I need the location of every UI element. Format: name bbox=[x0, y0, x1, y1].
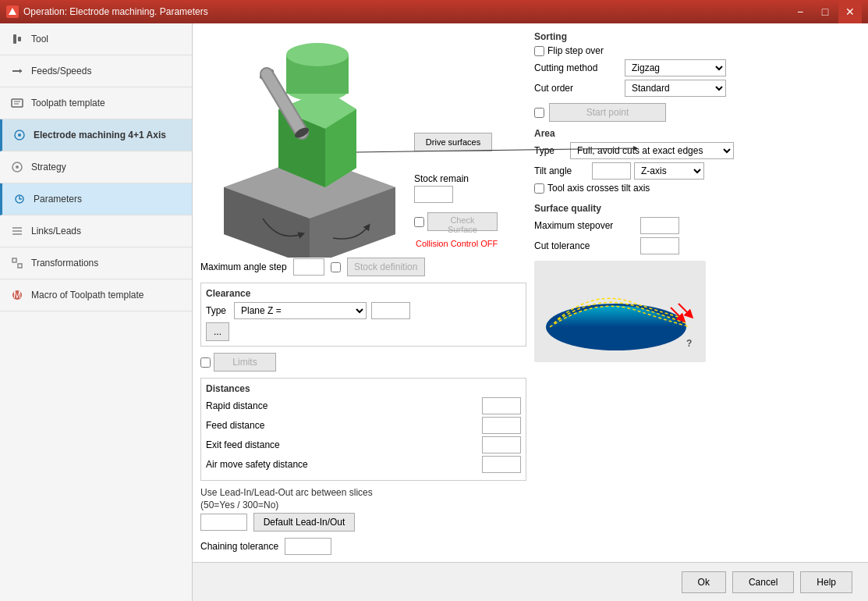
tilt-angle-row: Tilt angle 0 Z-axis X-axis Y-axis bbox=[534, 162, 860, 180]
rapid-input[interactable]: 20 bbox=[482, 397, 521, 414]
preview-right-controls: Drive surfaces Stock remain 0 Check Surf… bbox=[411, 125, 499, 258]
cutting-method-row: Cutting method Zigzag One way Spiral bbox=[534, 59, 860, 76]
svg-rect-16 bbox=[12, 258, 16, 262]
exit-feed-label: Exit feed distance bbox=[206, 439, 280, 450]
sidebar-label-macro: Macro of Toolpath template bbox=[31, 290, 144, 300]
strategy-icon bbox=[9, 159, 25, 175]
max-stepover-label: Maximum stepover bbox=[534, 220, 636, 231]
collision-control-area: Collision Control OFF bbox=[414, 237, 499, 250]
cut-order-select[interactable]: Standard Optimized bbox=[625, 80, 726, 97]
collision-control-button[interactable]: Collision Control OFF bbox=[414, 237, 499, 250]
area-section: Area Type Full, avoid cuts at exact edge… bbox=[534, 128, 860, 194]
content-area: Drive surfaces Stock remain 0 Check Surf… bbox=[193, 23, 868, 601]
cut-order-label: Cut order bbox=[534, 83, 620, 94]
sidebar-item-transformations[interactable]: Transformations bbox=[0, 247, 192, 279]
parameters-icon bbox=[12, 191, 27, 207]
max-stepover-row: Maximum stepover 1 bbox=[534, 217, 860, 234]
drive-surfaces-button[interactable]: Drive surfaces bbox=[414, 133, 492, 151]
close-button[interactable]: ✕ bbox=[838, 0, 862, 23]
feeds-icon bbox=[9, 63, 25, 79]
area-type-row: Type Full, avoid cuts at exact edges Ful… bbox=[534, 142, 860, 159]
svg-rect-17 bbox=[18, 264, 22, 268]
flip-step-checkbox[interactable] bbox=[534, 46, 544, 56]
tilt-angle-label: Tilt angle bbox=[534, 165, 589, 176]
transformations-icon bbox=[9, 255, 25, 271]
start-point-checkbox[interactable] bbox=[534, 108, 544, 118]
tool-axis-checkbox[interactable] bbox=[534, 183, 544, 194]
stock-remain-input[interactable]: 0 bbox=[414, 186, 453, 203]
lead-arc-input[interactable]: 110 bbox=[200, 514, 247, 531]
help-button[interactable]: Help bbox=[800, 571, 852, 593]
max-stepover-input[interactable]: 1 bbox=[640, 217, 679, 234]
cancel-button[interactable]: Cancel bbox=[732, 571, 794, 593]
stock-def-checkbox[interactable] bbox=[331, 262, 341, 272]
air-move-input[interactable]: 10 bbox=[482, 456, 521, 473]
window-controls: − □ ✕ bbox=[788, 0, 862, 23]
area-type-label: Type bbox=[534, 145, 565, 156]
params-left: Drive surfaces Stock remain 0 Check Surf… bbox=[200, 31, 526, 554]
area-type-select[interactable]: Full, avoid cuts at exact edges Full Bou… bbox=[570, 142, 734, 159]
electrode-preview bbox=[200, 31, 419, 258]
svg-marker-0 bbox=[9, 8, 16, 15]
stock-remain-area: Stock remain 0 bbox=[414, 173, 499, 203]
sidebar-label-parameters: Parameters bbox=[34, 194, 82, 204]
sidebar-item-tool[interactable]: Tool bbox=[0, 23, 192, 55]
check-surface-button[interactable]: Check Surface bbox=[427, 212, 498, 231]
cut-tolerance-row: Cut tolerance 0.01 bbox=[534, 237, 860, 254]
sidebar-label-strategy: Strategy bbox=[31, 162, 66, 172]
cut-order-row: Cut order Standard Optimized bbox=[534, 80, 860, 97]
tilt-angle-input[interactable]: 0 bbox=[592, 162, 631, 180]
start-point-button[interactable]: Start point bbox=[549, 103, 666, 122]
limits-button[interactable]: Limits bbox=[214, 353, 276, 372]
bottom-bar: Ok Cancel Help bbox=[193, 562, 868, 601]
cut-tolerance-input[interactable]: 0.01 bbox=[640, 237, 679, 254]
clearance-ellipsis-button[interactable]: ... bbox=[206, 322, 229, 341]
minimize-button[interactable]: − bbox=[788, 0, 812, 23]
sidebar-item-electrode[interactable]: Electrode machining 4+1 Axis bbox=[0, 119, 192, 151]
default-lead-button[interactable]: Default Lead-In/Out bbox=[253, 513, 355, 532]
air-move-row: Air move safety distance 10 bbox=[206, 456, 521, 473]
toolpath-icon bbox=[9, 95, 25, 111]
macro-icon: M bbox=[9, 287, 25, 303]
sidebar-item-feeds[interactable]: Feeds/Speeds bbox=[0, 55, 192, 87]
clearance-type-select[interactable]: Plane Z = Box Cylinder None bbox=[234, 302, 367, 319]
main-container: Tool Feeds/Speeds Toolpath template Elec… bbox=[0, 23, 868, 601]
feed-input[interactable]: 10 bbox=[482, 417, 521, 434]
sidebar-item-toolpath[interactable]: Toolpath template bbox=[0, 87, 192, 119]
chaining-input[interactable]: 1 bbox=[285, 538, 331, 555]
sidebar-item-macro[interactable]: M Macro of Toolpath template bbox=[0, 279, 192, 311]
chaining-area: Chaining tolerance 1 bbox=[200, 538, 526, 555]
clearance-value-input[interactable]: 150 bbox=[371, 302, 410, 319]
tilt-axis-select[interactable]: Z-axis X-axis Y-axis bbox=[634, 162, 704, 180]
restore-button[interactable]: □ bbox=[813, 0, 837, 23]
sidebar-item-parameters[interactable]: Parameters bbox=[0, 183, 192, 215]
exit-feed-input[interactable]: 10 bbox=[482, 436, 521, 453]
feed-row: Feed distance 10 bbox=[206, 417, 521, 434]
sidebar-item-links[interactable]: Links/Leads bbox=[0, 215, 192, 247]
cutting-method-label: Cutting method bbox=[534, 62, 620, 73]
clearance-section: Clearance Type Plane Z = Box Cylinder No… bbox=[200, 283, 526, 347]
svg-point-11 bbox=[16, 165, 19, 169]
electrode-svg bbox=[200, 31, 419, 258]
air-move-label: Air move safety distance bbox=[206, 459, 308, 470]
links-icon bbox=[9, 223, 25, 239]
ok-button[interactable]: Ok bbox=[682, 571, 726, 593]
svg-rect-2 bbox=[18, 37, 21, 41]
lead-arc-area: Use Lead-In/Lead-Out arc between slices … bbox=[200, 487, 526, 532]
sidebar-item-strategy[interactable]: Strategy bbox=[0, 151, 192, 183]
surface-illustration: ? bbox=[534, 261, 706, 362]
clearance-type-label: Type bbox=[206, 305, 226, 316]
start-point-row: Start point bbox=[534, 103, 860, 122]
sidebar-label-tool: Tool bbox=[31, 34, 48, 44]
sidebar-label-transformations: Transformations bbox=[31, 258, 98, 268]
svg-point-9 bbox=[18, 133, 21, 137]
cutting-method-select[interactable]: Zigzag One way Spiral bbox=[625, 59, 726, 76]
limits-row: Limits bbox=[200, 353, 526, 372]
limits-checkbox[interactable] bbox=[200, 357, 211, 368]
app-icon bbox=[6, 5, 19, 18]
stock-definition-button[interactable]: Stock definition bbox=[347, 258, 425, 276]
rapid-label: Rapid distance bbox=[206, 400, 267, 411]
electrode-icon bbox=[12, 127, 27, 143]
lead-arc-text: Use Lead-In/Lead-Out arc between slices … bbox=[200, 487, 388, 511]
max-angle-input[interactable]: 3 bbox=[293, 258, 324, 276]
